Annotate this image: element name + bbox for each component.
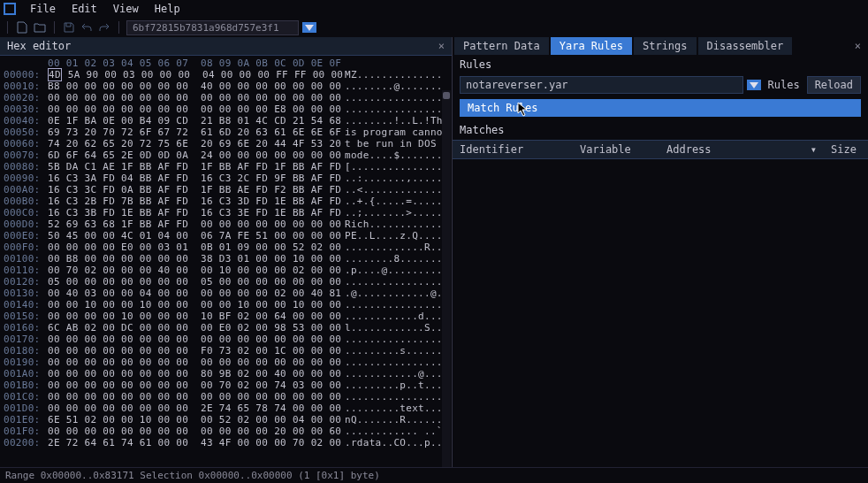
hex-bytes[interactable]: 00 00 00 00 00 00 00 00 00 00 00 00 20 0…	[48, 426, 339, 437]
save-icon[interactable]	[62, 20, 76, 34]
hex-view[interactable]: 00 01 02 03 04 05 06 07 08 09 0A 0B 0C 0…	[0, 56, 452, 467]
hex-row[interactable]: 00200:2E 72 64 61 74 61 00 00 43 4F 00 0…	[4, 437, 448, 448]
new-file-icon[interactable]	[15, 20, 29, 34]
menu-edit[interactable]: Edit	[65, 1, 104, 17]
hex-offset: 001F0:	[4, 426, 48, 437]
hex-row[interactable]: 001C0:00 00 00 00 00 00 00 00 00 00 00 0…	[4, 391, 448, 402]
hex-row[interactable]: 00100:00 B8 00 00 00 00 00 00 38 D3 01 0…	[4, 253, 448, 264]
hex-row[interactable]: 00110:00 70 02 00 00 00 40 00 00 10 00 0…	[4, 264, 448, 276]
hex-bytes[interactable]: 00 00 00 00 00 00 00 00 00 00 00 00 00 0…	[48, 356, 339, 368]
hex-bytes[interactable]: 00 40 03 00 00 04 00 00 00 00 00 00 02 0…	[48, 288, 339, 299]
hex-row[interactable]: 001D0:00 00 00 00 00 00 00 00 2E 74 65 7…	[4, 402, 448, 414]
hex-bytes[interactable]: 00 00 10 00 00 10 00 00 00 00 10 00 00 1…	[48, 299, 339, 310]
hex-row[interactable]: 00000:4D 5A 90 00 03 00 00 00 04 00 00 0…	[4, 69, 448, 80]
close-icon[interactable]: ×	[438, 40, 445, 52]
tab-pattern-data[interactable]: Pattern Data	[454, 37, 549, 55]
hex-row[interactable]: 001E0:6E 51 02 00 00 10 00 00 00 52 02 0…	[4, 414, 448, 426]
scrollbar[interactable]	[442, 90, 451, 467]
hex-bytes[interactable]: 00 B8 00 00 00 00 00 00 38 D3 01 00 00 1…	[48, 253, 339, 264]
hex-bytes[interactable]: B8 00 00 00 00 00 00 00 40 00 00 00 00 0…	[48, 80, 339, 92]
hex-bytes[interactable]: 00 70 02 00 00 00 40 00 00 10 00 00 00 0…	[48, 264, 339, 276]
tab-disassembler[interactable]: Disassembler	[698, 37, 793, 55]
redo-icon[interactable]	[97, 20, 111, 34]
hex-bytes[interactable]: 0E 1F BA 0E 00 B4 09 CD 21 B8 01 4C CD 2…	[48, 115, 339, 126]
th-size[interactable]: Size	[824, 143, 868, 156]
hex-row[interactable]: 001A0:00 00 00 00 00 00 00 00 80 9B 02 0…	[4, 368, 448, 380]
hex-bytes[interactable]: 00 00 00 00 00 00 00 00 00 00 00 00 00 0…	[48, 334, 339, 345]
hex-bytes[interactable]: 00 00 00 00 00 00 00 00 2E 74 65 78 74 0…	[48, 402, 339, 414]
hex-ascii: [...............	[345, 161, 443, 172]
hex-ascii: ................	[345, 276, 443, 288]
hex-bytes[interactable]: 00 00 00 00 00 00 00 00 F0 73 02 00 1C 0…	[48, 345, 339, 356]
hex-row[interactable]: 00060:74 20 62 65 20 72 75 6E 20 69 6E 2…	[4, 138, 448, 150]
hex-row[interactable]: 000D0:52 69 63 68 1F BB AF FD 00 00 00 0…	[4, 218, 448, 230]
hex-editor-pane: Hex editor × 00 01 02 03 04 05 06 07 08 …	[0, 37, 453, 467]
hex-row[interactable]: 00010:B8 00 00 00 00 00 00 00 40 00 00 0…	[4, 80, 448, 92]
hex-row[interactable]: 00120:05 00 00 00 00 00 00 00 05 00 00 0…	[4, 276, 448, 288]
hex-bytes[interactable]: 50 45 00 00 4C 01 04 00 06 7A FE 51 00 0…	[48, 230, 339, 242]
hex-bytes[interactable]: 00 00 00 00 00 00 00 00 00 00 00 00 E8 0…	[48, 104, 339, 115]
hex-row[interactable]: 000C0:16 C3 3B FD 1E BB AF FD 16 C3 3E F…	[4, 207, 448, 218]
hex-row[interactable]: 00180:00 00 00 00 00 00 00 00 F0 73 02 0…	[4, 345, 448, 356]
hex-offset: 00140:	[4, 299, 48, 310]
hex-row[interactable]: 00130:00 40 03 00 00 04 00 00 00 00 00 0…	[4, 288, 448, 299]
hex-bytes[interactable]: 00 00 00 00 00 00 00 00 00 70 02 00 74 0…	[48, 380, 339, 391]
hex-bytes[interactable]: 00 00 00 00 00 00 00 00 00 00 00 00 00 0…	[48, 92, 339, 104]
hex-row[interactable]: 001B0:00 00 00 00 00 00 00 00 00 70 02 0…	[4, 380, 448, 391]
undo-icon[interactable]	[80, 20, 94, 34]
hex-bytes[interactable]: 5B DA C1 AE 1F BB AF FD 1F BB AF FD 1F B…	[48, 161, 339, 172]
hex-offset: 001C0:	[4, 391, 48, 402]
hex-row[interactable]: 00040:0E 1F BA 0E 00 B4 09 CD 21 B8 01 4…	[4, 115, 448, 126]
hex-row[interactable]: 00030:00 00 00 00 00 00 00 00 00 00 00 0…	[4, 104, 448, 115]
hex-row[interactable]: 001F0:00 00 00 00 00 00 00 00 00 00 00 0…	[4, 426, 448, 437]
rules-file-input[interactable]: notareverser.yar	[460, 76, 743, 94]
hex-bytes[interactable]: 05 00 00 00 00 00 00 00 05 00 00 00 00 0…	[48, 276, 339, 288]
hex-bytes[interactable]: 4D 5A 90 00 03 00 00 00 04 00 00 00 FF F…	[48, 69, 339, 80]
hex-row[interactable]: 00020:00 00 00 00 00 00 00 00 00 00 00 0…	[4, 92, 448, 104]
menu-view[interactable]: View	[106, 1, 146, 17]
hex-bytes[interactable]: 69 73 20 70 72 6F 67 72 61 6D 20 63 61 6…	[48, 126, 339, 138]
hex-row[interactable]: 00090:16 C3 3A FD 04 BB AF FD 16 C3 2C F…	[4, 172, 448, 184]
tab-strings[interactable]: Strings	[634, 37, 697, 55]
hex-row[interactable]: 00160:6C AB 02 00 DC 00 00 00 00 E0 02 0…	[4, 322, 448, 334]
hash-dropdown[interactable]	[302, 22, 316, 33]
hex-bytes[interactable]: 6E 51 02 00 00 10 00 00 00 52 02 00 00 0…	[48, 414, 339, 426]
th-address[interactable]: Address ▾	[659, 143, 824, 156]
hex-bytes[interactable]: 6D 6F 64 65 2E 0D 0D 0A 24 00 00 00 00 0…	[48, 150, 339, 161]
hex-row[interactable]: 00080:5B DA C1 AE 1F BB AF FD 1F BB AF F…	[4, 161, 448, 172]
open-file-icon[interactable]	[33, 20, 47, 34]
hex-row[interactable]: 00050:69 73 20 70 72 6F 67 72 61 6D 20 6…	[4, 126, 448, 138]
close-icon[interactable]: ×	[849, 40, 866, 52]
hex-bytes[interactable]: 16 C3 3B FD 1E BB AF FD 16 C3 3E FD 1E B…	[48, 207, 339, 218]
hex-row[interactable]: 000E0:50 45 00 00 4C 01 04 00 06 7A FE 5…	[4, 230, 448, 242]
hex-bytes[interactable]: 16 C3 3C FD 0A BB AF FD 1F BB AE FD F2 B…	[48, 184, 339, 196]
hex-row[interactable]: 00190:00 00 00 00 00 00 00 00 00 00 00 0…	[4, 356, 448, 368]
hex-row[interactable]: 000A0:16 C3 3C FD 0A BB AF FD 1F BB AE F…	[4, 184, 448, 196]
menu-help[interactable]: Help	[148, 1, 187, 17]
th-identifier[interactable]: Identifier	[453, 143, 573, 156]
scrollbar-thumb[interactable]	[443, 92, 450, 99]
hex-bytes[interactable]: 74 20 62 65 20 72 75 6E 20 69 6E 20 44 4…	[48, 138, 339, 150]
hex-bytes[interactable]: 00 00 00 00 10 00 00 00 10 BF 02 00 64 0…	[48, 310, 339, 322]
hex-row[interactable]: 00170:00 00 00 00 00 00 00 00 00 00 00 0…	[4, 334, 448, 345]
hex-bytes[interactable]: 00 00 00 00 00 00 00 00 00 00 00 00 00 0…	[48, 391, 339, 402]
hex-bytes[interactable]: 16 C3 3A FD 04 BB AF FD 16 C3 2C FD 9F B…	[48, 172, 339, 184]
hex-bytes[interactable]: 2E 72 64 61 74 61 00 00 43 4F 00 00 00 7…	[48, 437, 339, 448]
reload-button[interactable]: Reload	[807, 76, 861, 94]
hex-row[interactable]: 00070:6D 6F 64 65 2E 0D 0D 0A 24 00 00 0…	[4, 150, 448, 161]
hex-ascii: MZ..............	[345, 69, 443, 80]
hex-row[interactable]: 000F0:00 00 00 00 E0 00 03 01 0B 01 09 0…	[4, 242, 448, 253]
rules-file-dropdown[interactable]	[747, 80, 761, 90]
hex-row[interactable]: 00140:00 00 10 00 00 10 00 00 00 00 10 0…	[4, 299, 448, 310]
tab-yara-rules[interactable]: Yara Rules	[551, 37, 632, 55]
hex-bytes[interactable]: 00 00 00 00 E0 00 03 01 0B 01 09 00 00 5…	[48, 242, 339, 253]
hex-bytes[interactable]: 52 69 63 68 1F BB AF FD 00 00 00 00 00 0…	[48, 218, 339, 230]
hex-row[interactable]: 00150:00 00 00 00 10 00 00 00 10 BF 02 0…	[4, 310, 448, 322]
menu-file[interactable]: File	[23, 1, 63, 17]
hex-row[interactable]: 000B0:16 C3 2B FD 7B BB AF FD 16 C3 3D F…	[4, 196, 448, 207]
match-rules-button[interactable]: Match Rules	[460, 99, 861, 117]
th-variable[interactable]: Variable	[573, 143, 659, 156]
hex-bytes[interactable]: 6C AB 02 00 DC 00 00 00 00 E0 02 00 98 5…	[48, 322, 339, 334]
hex-bytes[interactable]: 00 00 00 00 00 00 00 00 80 9B 02 00 40 0…	[48, 368, 339, 380]
hex-bytes[interactable]: 16 C3 2B FD 7B BB AF FD 16 C3 3D FD 1E B…	[48, 196, 339, 207]
